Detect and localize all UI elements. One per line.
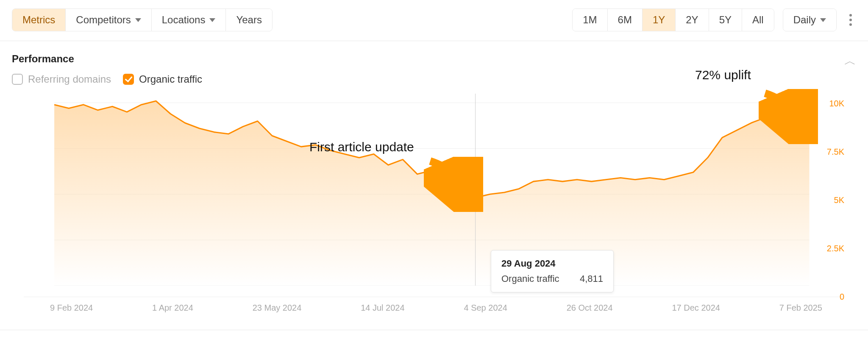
checkbox-checked-icon[interactable] bbox=[123, 74, 134, 85]
panel-title: Performance bbox=[12, 53, 74, 65]
tooltip-date: 29 Aug 2024 bbox=[501, 258, 603, 269]
x-tick-label: 17 Dec 2024 bbox=[672, 303, 720, 313]
x-tick-label: 7 Feb 2025 bbox=[779, 303, 822, 313]
y-tick-label: 7.5K bbox=[827, 147, 844, 156]
y-tick-label: 5K bbox=[834, 195, 844, 205]
y-tick-label: 2.5K bbox=[827, 243, 844, 253]
checkbox-icon[interactable] bbox=[12, 74, 23, 85]
x-tick-label: 23 May 2024 bbox=[253, 303, 302, 313]
legend: Referring domainsOrganic traffic bbox=[12, 73, 856, 85]
collapse-icon[interactable]: ︿ bbox=[844, 53, 856, 69]
range-1y[interactable]: 1Y bbox=[643, 9, 676, 31]
tab-competitors[interactable]: Competitors bbox=[66, 9, 151, 31]
arrow-icon bbox=[424, 157, 483, 212]
range-all[interactable]: All bbox=[742, 9, 774, 31]
chevron-down-icon bbox=[135, 18, 141, 22]
right-tools: 1M6M1Y2Y5YAll Daily bbox=[572, 8, 856, 31]
tab-locations[interactable]: Locations bbox=[152, 9, 226, 31]
legend-label: Referring domains bbox=[28, 73, 111, 85]
x-tick-label: 4 Sep 2024 bbox=[464, 303, 507, 313]
range-5y[interactable]: 5Y bbox=[709, 9, 742, 31]
x-tick-label: 26 Oct 2024 bbox=[567, 303, 613, 313]
toolbar: MetricsCompetitorsLocationsYears 1M6M1Y2… bbox=[0, 0, 868, 41]
legend-item[interactable]: Referring domains bbox=[12, 73, 111, 85]
tab-label: Years bbox=[236, 14, 262, 26]
x-tick-label: 9 Feb 2024 bbox=[50, 303, 93, 313]
x-axis: 9 Feb 20241 Apr 202423 May 202414 Jul 20… bbox=[12, 297, 856, 313]
tab-label: Locations bbox=[162, 14, 206, 26]
range-6m[interactable]: 6M bbox=[608, 9, 643, 31]
chevron-down-icon bbox=[209, 18, 215, 22]
y-tick-label: 0 bbox=[840, 292, 844, 302]
view-tabs: MetricsCompetitorsLocationsYears bbox=[12, 8, 273, 31]
range-1m[interactable]: 1M bbox=[573, 9, 607, 31]
more-menu-icon[interactable] bbox=[845, 10, 856, 30]
range-2y[interactable]: 2Y bbox=[676, 9, 709, 31]
y-tick-label: 10K bbox=[829, 98, 844, 108]
chart-tooltip: 29 Aug 2024 Organic traffic 4,811 bbox=[491, 250, 614, 292]
tooltip-metric-label: Organic traffic bbox=[501, 273, 559, 284]
tab-label: Competitors bbox=[76, 14, 131, 26]
x-tick-label: 14 Jul 2024 bbox=[361, 303, 404, 313]
legend-item[interactable]: Organic traffic bbox=[123, 73, 202, 85]
tab-years[interactable]: Years bbox=[226, 9, 272, 31]
granularity-button[interactable]: Daily bbox=[783, 9, 836, 31]
tab-metrics[interactable]: Metrics bbox=[12, 9, 66, 31]
tab-label: Metrics bbox=[22, 14, 55, 26]
chevron-down-icon bbox=[820, 18, 826, 22]
range-tabs: 1M6M1Y2Y5YAll bbox=[572, 8, 774, 31]
legend-label: Organic traffic bbox=[139, 73, 202, 85]
granularity-group: Daily bbox=[783, 8, 837, 31]
granularity-label: Daily bbox=[793, 14, 816, 26]
arrow-icon bbox=[759, 89, 818, 144]
x-tick-label: 1 Apr 2024 bbox=[152, 303, 193, 313]
tooltip-metric-value: 4,811 bbox=[580, 273, 603, 284]
